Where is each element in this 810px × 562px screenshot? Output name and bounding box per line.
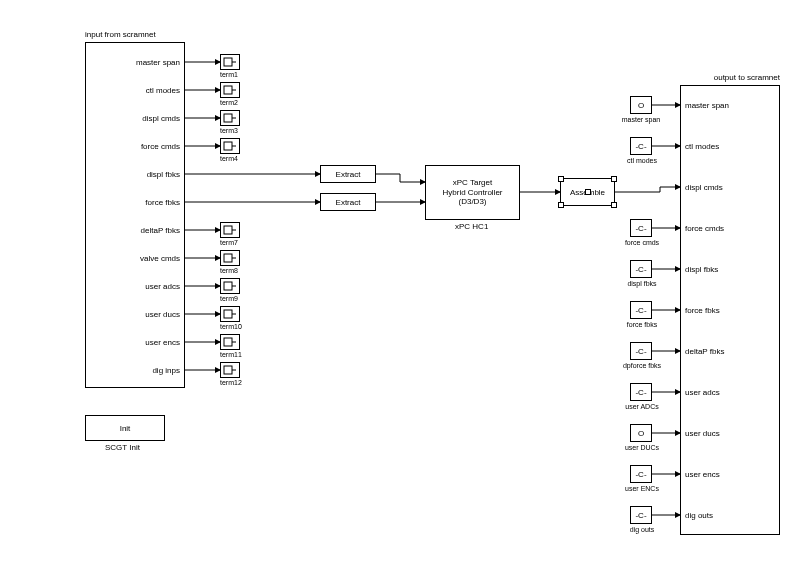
in-port-user-adcs: user adcs xyxy=(145,282,180,291)
in-port-force-cmds: force cmds xyxy=(141,142,180,151)
extract-block-2[interactable]: Extract xyxy=(320,193,376,211)
output-subsystem-block[interactable]: master span ctl modes displ cmds force c… xyxy=(680,85,780,535)
svg-rect-16 xyxy=(224,338,232,346)
terminator-term8[interactable] xyxy=(220,250,240,266)
terminator-label-term10: term10 xyxy=(220,323,242,330)
in-port-ctl-modes: ctl modes xyxy=(146,86,180,95)
output-subsystem-title: output to scramnet xyxy=(714,73,780,82)
src-ctl-modes[interactable]: -C- xyxy=(630,137,652,155)
terminator-term7[interactable] xyxy=(220,222,240,238)
svg-rect-8 xyxy=(224,226,232,234)
out-port-user-adcs: user adcs xyxy=(685,388,720,397)
terminator-term11[interactable] xyxy=(220,334,240,350)
terminator-term10[interactable] xyxy=(220,306,240,322)
src-force-cmds[interactable]: -C- xyxy=(630,219,652,237)
out-port-force-cmds: force cmds xyxy=(685,224,724,233)
extract-block-1[interactable]: Extract xyxy=(320,165,376,183)
src-label-displ-fbks: displ fbks xyxy=(622,280,662,287)
terminator-label-term7: term7 xyxy=(220,239,238,246)
in-port-force-fbks: force fbks xyxy=(145,198,180,207)
src-label-dpforce-fbks: dpforce fbks xyxy=(615,362,669,369)
src-label-user-ducs: user DUCs xyxy=(618,444,666,451)
src-label-dig-outs: dig outs xyxy=(624,526,660,533)
in-port-user-ducs: user ducs xyxy=(145,310,180,319)
out-port-force-fbks: force fbks xyxy=(685,306,720,315)
scgt-init-block[interactable]: Init xyxy=(85,415,165,441)
scgt-below-label: SCGT Init xyxy=(105,443,140,452)
out-port-dig-outs: dig outs xyxy=(685,511,713,520)
src-force-fbks[interactable]: -C- xyxy=(630,301,652,319)
src-dpforce-fbks[interactable]: -C- xyxy=(630,342,652,360)
in-port-displ-fbks: displ fbks xyxy=(147,170,180,179)
out-port-displ-fbks: displ fbks xyxy=(685,265,718,274)
out-port-user-ducs: user ducs xyxy=(685,429,720,438)
svg-rect-12 xyxy=(224,282,232,290)
terminator-term3[interactable] xyxy=(220,110,240,126)
svg-rect-4 xyxy=(224,114,232,122)
src-label-force-cmds: force cmds xyxy=(618,239,666,246)
in-port-deltap-fbks: deltaP fbks xyxy=(141,226,180,235)
xpc-line2: Hybrid Controller xyxy=(442,188,502,198)
src-user-ducs[interactable]: O xyxy=(630,424,652,442)
terminator-term4[interactable] xyxy=(220,138,240,154)
in-port-dig-inps: dig inps xyxy=(152,366,180,375)
terminator-label-term9: term9 xyxy=(220,295,238,302)
svg-rect-2 xyxy=(224,86,232,94)
svg-rect-10 xyxy=(224,254,232,262)
src-label-ctl-modes: ctl modes xyxy=(622,157,662,164)
src-user-encs[interactable]: -C- xyxy=(630,465,652,483)
terminator-label-term3: term3 xyxy=(220,127,238,134)
assemble-block[interactable]: Assemble xyxy=(560,178,615,206)
xpc-line1: xPC Target xyxy=(453,178,492,188)
terminator-term2[interactable] xyxy=(220,82,240,98)
terminator-label-term1: term1 xyxy=(220,71,238,78)
in-port-user-encs: user encs xyxy=(145,338,180,347)
src-master-span[interactable]: O xyxy=(630,96,652,114)
out-port-user-encs: user encs xyxy=(685,470,720,479)
assemble-label: Assemble xyxy=(570,188,605,197)
terminator-label-term4: term4 xyxy=(220,155,238,162)
terminator-label-term12: term12 xyxy=(220,379,242,386)
terminator-label-term2: term2 xyxy=(220,99,238,106)
src-displ-fbks[interactable]: -C- xyxy=(630,260,652,278)
out-port-displ-cmds: displ cmds xyxy=(685,183,723,192)
src-dig-outs[interactable]: -C- xyxy=(630,506,652,524)
xpc-line3: (D3/D3) xyxy=(458,197,486,207)
terminator-label-term8: term8 xyxy=(220,267,238,274)
terminator-term1[interactable] xyxy=(220,54,240,70)
src-label-force-fbks: force fbks xyxy=(622,321,662,328)
in-port-valve-cmds: valve cmds xyxy=(140,254,180,263)
in-port-displ-cmds: displ cmds xyxy=(142,114,180,123)
svg-rect-18 xyxy=(224,366,232,374)
in-port-master-span: master span xyxy=(136,58,180,67)
out-port-ctl-modes: ctl modes xyxy=(685,142,719,151)
xpc-target-controller-block[interactable]: xPC Target Hybrid Controller (D3/D3) xyxy=(425,165,520,220)
src-label-master-span: master span xyxy=(617,116,665,123)
input-subsystem-title: input from scramnet xyxy=(85,30,156,39)
terminator-term9[interactable] xyxy=(220,278,240,294)
svg-rect-14 xyxy=(224,310,232,318)
terminator-label-term11: term11 xyxy=(220,351,242,358)
svg-rect-6 xyxy=(224,142,232,150)
src-user-adcs[interactable]: -C- xyxy=(630,383,652,401)
input-subsystem-block[interactable]: master span ctl modes displ cmds force c… xyxy=(85,42,185,388)
src-label-user-adcs: user ADCs xyxy=(618,403,666,410)
terminator-term12[interactable] xyxy=(220,362,240,378)
svg-rect-0 xyxy=(224,58,232,66)
out-port-master-span: master span xyxy=(685,101,729,110)
src-label-user-encs: user ENCs xyxy=(618,485,666,492)
out-port-deltap-fbks: deltaP fbks xyxy=(685,347,724,356)
xpc-below-label: xPC HC1 xyxy=(455,222,488,231)
